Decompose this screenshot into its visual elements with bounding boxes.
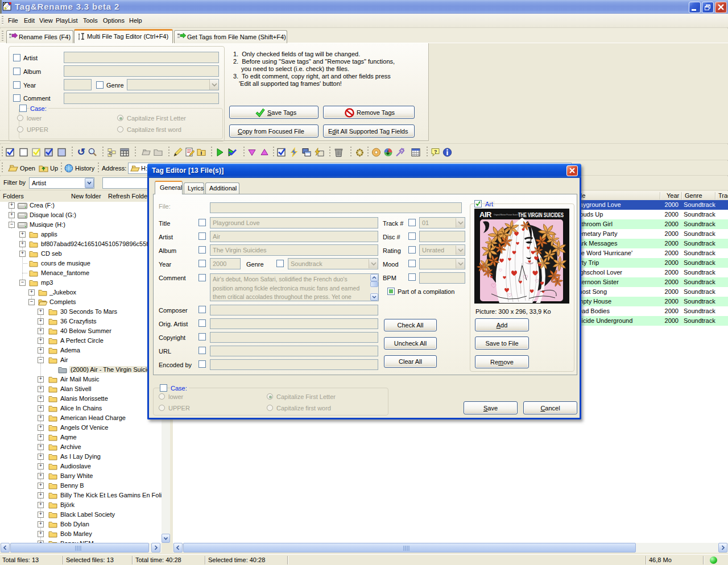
svg-text:?: ? [434, 149, 437, 155]
svg-text:Original Motion Picture Score: Original Motion Picture Score for [494, 214, 520, 216]
svg-text:THE VIRGIN SUICIDES: THE VIRGIN SUICIDES [518, 211, 564, 218]
svg-text:AIR: AIR [479, 210, 492, 219]
